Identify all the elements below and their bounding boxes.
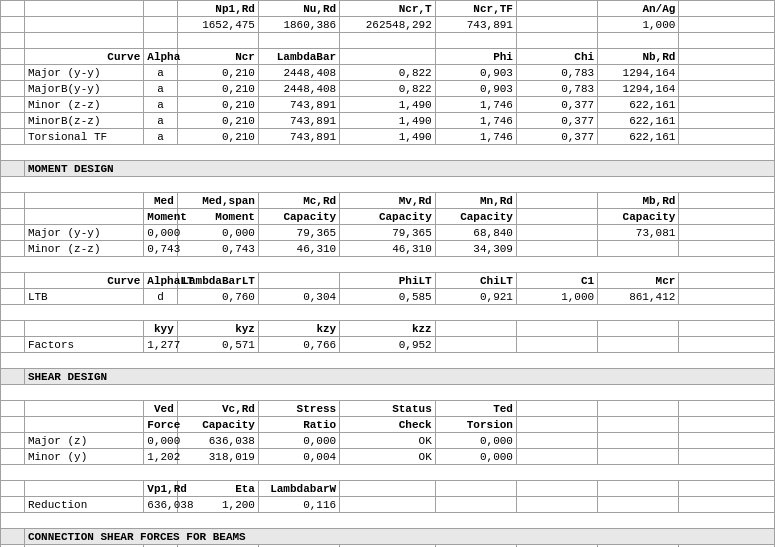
cell	[516, 321, 597, 337]
cell: Ted	[435, 401, 516, 417]
cell: Stress	[258, 401, 339, 417]
cell: Ncr	[177, 49, 258, 65]
cell: MOMENT DESIGN	[24, 161, 774, 177]
data-table: Np1,Rd Nu,Rd Ncr,T Ncr,TF An/Ag 1652,475…	[0, 0, 775, 547]
cell: 79,365	[340, 225, 436, 241]
cell	[679, 417, 775, 433]
cell	[1, 17, 25, 33]
cell: Med	[144, 193, 177, 209]
cell: 1,490	[340, 129, 436, 145]
cell: 622,161	[598, 113, 679, 129]
cell: 743,891	[258, 129, 339, 145]
cell	[24, 401, 143, 417]
cell: CONNECTION SHEAR FORCES FOR BEAMS	[24, 529, 774, 545]
cell: ChiLT	[435, 273, 516, 289]
cell	[1, 449, 25, 465]
cell: Med,span	[177, 193, 258, 209]
cell: Np1,Rd	[177, 1, 258, 17]
cell	[1, 321, 25, 337]
cell	[598, 337, 679, 353]
cell	[1, 369, 25, 385]
cell	[24, 321, 143, 337]
cell	[679, 1, 775, 17]
cell	[1, 33, 25, 49]
cell: 0,571	[177, 337, 258, 353]
cell: 861,412	[598, 289, 679, 305]
table-row: MajorB(y-y) a 0,210 2448,408 0,822 0,903…	[1, 81, 775, 97]
cell: 743,891	[435, 17, 516, 33]
cell	[1, 401, 25, 417]
cell	[679, 497, 775, 513]
cell	[679, 65, 775, 81]
cell: 636,038	[144, 497, 177, 513]
cell	[1, 177, 775, 193]
cell: Major (y-y)	[24, 65, 143, 81]
cell: 0,000	[435, 433, 516, 449]
cell: OK	[340, 433, 436, 449]
cell: Nb,Rd	[598, 49, 679, 65]
cell: 0,116	[258, 497, 339, 513]
cell: OK	[340, 449, 436, 465]
cell	[679, 433, 775, 449]
cell: kyz	[177, 321, 258, 337]
table-row: Reduction 636,038 1,200 0,116	[1, 497, 775, 513]
cell	[598, 241, 679, 257]
cell	[1, 353, 775, 369]
cell: 0,921	[435, 289, 516, 305]
cell: 1,202	[144, 449, 177, 465]
table-row: Major (z) 0,000 636,038 0,000 OK 0,000	[1, 433, 775, 449]
cell: Ncr,T	[340, 1, 436, 17]
table-row: Force Capacity Ratio Check Torsion	[1, 417, 775, 433]
cell: 1,277	[144, 337, 177, 353]
cell	[24, 209, 143, 225]
cell	[144, 1, 177, 17]
cell	[258, 33, 339, 49]
cell: 68,840	[435, 225, 516, 241]
cell: 0,000	[177, 225, 258, 241]
table-row: Vp1,Rd Eta LambdabarW	[1, 481, 775, 497]
cell: 0,585	[340, 289, 436, 305]
main-container: Np1,Rd Nu,Rd Ncr,T Ncr,TF An/Ag 1652,475…	[0, 0, 775, 547]
cell	[516, 337, 597, 353]
cell: 318,019	[177, 449, 258, 465]
table-row	[1, 33, 775, 49]
table-row: Minor (z-z) a 0,210 743,891 1,490 1,746 …	[1, 97, 775, 113]
cell	[598, 481, 679, 497]
cell	[1, 305, 775, 321]
cell	[1, 81, 25, 97]
cell	[679, 273, 775, 289]
table-row	[1, 353, 775, 369]
cell: MajorB(y-y)	[24, 81, 143, 97]
cell: 1,746	[435, 113, 516, 129]
cell	[1, 529, 25, 545]
cell	[679, 337, 775, 353]
cell: 0,004	[258, 449, 339, 465]
cell	[1, 257, 775, 273]
cell	[1, 1, 25, 17]
cell: 0,822	[340, 65, 436, 81]
cell	[340, 49, 436, 65]
cell: Nu,Rd	[258, 1, 339, 17]
cell: 0,903	[435, 81, 516, 97]
table-row	[1, 465, 775, 481]
cell	[679, 129, 775, 145]
cell: 0,000	[435, 449, 516, 465]
cell: 0,743	[144, 241, 177, 257]
cell: Vp1,Rd	[144, 481, 177, 497]
cell: 622,161	[598, 97, 679, 113]
table-row: Minor (y) 1,202 318,019 0,004 OK 0,000	[1, 449, 775, 465]
cell: Major (y-y)	[24, 225, 143, 241]
cell: SHEAR DESIGN	[24, 369, 774, 385]
cell: Capacity	[340, 209, 436, 225]
cell: 262548,292	[340, 17, 436, 33]
cell: 0,377	[516, 129, 597, 145]
cell	[598, 321, 679, 337]
cell: a	[144, 65, 177, 81]
cell	[1, 465, 775, 481]
cell	[679, 449, 775, 465]
cell	[1, 481, 25, 497]
cell: Check	[340, 417, 436, 433]
cell: 636,038	[177, 433, 258, 449]
table-row: LTB d 0,760 0,304 0,585 0,921 1,000 861,…	[1, 289, 775, 305]
cell	[679, 321, 775, 337]
